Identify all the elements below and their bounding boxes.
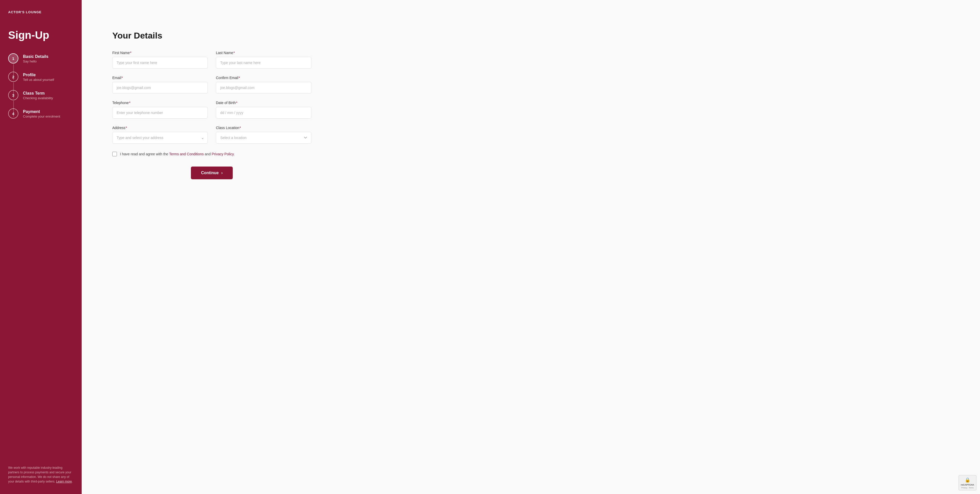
label-dob: Date of Birth*: [216, 101, 311, 105]
email-input[interactable]: [112, 82, 208, 94]
form-group-telephone: Telephone*: [112, 101, 208, 119]
address-input[interactable]: [112, 132, 208, 144]
step-text-3: Class Term Checking availability: [23, 90, 53, 100]
class-location-select[interactable]: Select a location London Manchester Birm…: [216, 132, 311, 144]
continue-btn-wrapper: Continue ›: [112, 167, 311, 179]
required-star-address: *: [126, 126, 127, 130]
step-text-4: Payment Complete your enrolment: [23, 108, 60, 118]
step-desc-4: Complete your enrolment: [23, 114, 60, 118]
form-group-dob: Date of Birth*: [216, 101, 311, 119]
step-name-1: Basic Details: [23, 54, 48, 59]
form-group-first-name: First Name*: [112, 51, 208, 68]
form-group-last-name: Last Name*: [216, 51, 311, 68]
step-text-2: Profile Tell us about yourself: [23, 71, 54, 82]
steps-list: 1 Basic Details Say hello 2 Profile Tell…: [8, 53, 73, 455]
step-name-3: Class Term: [23, 91, 53, 95]
first-name-input[interactable]: [112, 57, 208, 68]
step-name-2: Profile: [23, 73, 54, 77]
recaptcha-logo-icon: 🔒: [965, 477, 970, 483]
step-circle-4: 4: [8, 108, 18, 119]
terms-checkbox-row: I have read and agree with the Terms and…: [112, 152, 311, 156]
step-item-4: 4 Payment Complete your enrolment: [8, 108, 73, 119]
label-telephone: Telephone*: [112, 101, 208, 105]
step-desc-3: Checking availability: [23, 96, 53, 100]
form-group-email: Email*: [112, 76, 208, 94]
required-star-email: *: [121, 76, 123, 80]
step-circle-1: 1: [8, 53, 18, 64]
label-address: Address*: [112, 126, 208, 130]
required-star-class-location: *: [240, 126, 241, 130]
dob-input[interactable]: [216, 107, 311, 119]
form-grid: First Name* Last Name* Email*: [112, 51, 311, 144]
required-star-dob: *: [236, 101, 237, 105]
recaptcha-badge: 🔒 reCAPTCHA Privacy - Terms: [959, 475, 977, 491]
step-text-1: Basic Details Say hello: [23, 53, 48, 63]
required-star-telephone: *: [129, 101, 130, 105]
address-wrapper: ⌄: [112, 132, 208, 144]
required-star-first-name: *: [130, 51, 131, 55]
learn-more-link[interactable]: Learn more: [56, 480, 72, 483]
step-circle-3: 3: [8, 90, 18, 100]
terms-label[interactable]: I have read and agree with the Terms and…: [120, 152, 234, 156]
form-container: Your Details First Name* Last Name* Emai…: [112, 30, 311, 179]
step-item-2: 2 Profile Tell us about yourself: [8, 71, 73, 90]
continue-arrow-icon: ›: [221, 171, 223, 175]
confirm-email-input[interactable]: [216, 82, 311, 94]
sidebar-logo: ACTOR'S LOUNGE: [8, 10, 73, 14]
label-email: Email*: [112, 76, 208, 80]
form-group-confirm-email: Confirm Email*: [216, 76, 311, 94]
step-desc-2: Tell us about yourself: [23, 78, 54, 82]
step-circle-2: 2: [8, 71, 18, 82]
step-name-4: Payment: [23, 110, 60, 114]
sidebar-footer: We work with reputable industry-leading …: [8, 455, 73, 484]
main-content: Your Details First Name* Last Name* Emai…: [82, 0, 980, 494]
sidebar: ACTOR'S LOUNGE Sign-Up 1 Basic Details S…: [0, 0, 82, 494]
telephone-input[interactable]: [112, 107, 208, 119]
continue-button[interactable]: Continue ›: [191, 167, 233, 179]
recaptcha-sub-label: Privacy - Terms: [961, 487, 974, 489]
step-item-1: 1 Basic Details Say hello: [8, 53, 73, 71]
required-star-confirm-email: *: [239, 76, 240, 80]
label-first-name: First Name*: [112, 51, 208, 55]
recaptcha-label: reCAPTCHA: [961, 484, 974, 486]
label-class-location: Class Location*: [216, 126, 311, 130]
privacy-link[interactable]: Privacy Policy: [212, 152, 234, 156]
terms-link[interactable]: Terms and Conditions: [169, 152, 204, 156]
form-title: Your Details: [112, 30, 311, 41]
last-name-input[interactable]: [216, 57, 311, 68]
required-star-last-name: *: [234, 51, 235, 55]
form-group-address: Address* ⌄: [112, 126, 208, 144]
step-desc-1: Say hello: [23, 59, 48, 63]
terms-checkbox[interactable]: [112, 152, 117, 156]
sidebar-title: Sign-Up: [8, 29, 73, 41]
form-group-class-location: Class Location* Select a location London…: [216, 126, 311, 144]
step-item-3: 3 Class Term Checking availability: [8, 90, 73, 108]
label-last-name: Last Name*: [216, 51, 311, 55]
label-confirm-email: Confirm Email*: [216, 76, 311, 80]
